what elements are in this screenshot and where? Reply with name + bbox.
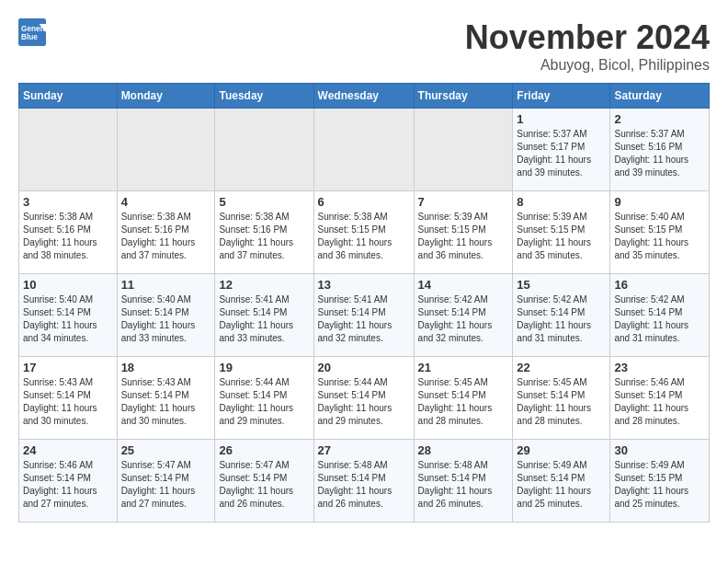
day-number: 1 bbox=[517, 112, 606, 126]
calendar-day-cell: 13Sunrise: 5:41 AM Sunset: 5:14 PM Dayli… bbox=[313, 274, 414, 357]
calendar-day-cell: 22Sunrise: 5:45 AM Sunset: 5:14 PM Dayli… bbox=[513, 357, 610, 440]
page-header: General Blue November 2024 Abuyog, Bicol… bbox=[18, 18, 710, 74]
day-number: 30 bbox=[614, 443, 705, 457]
calendar-day-cell: 28Sunrise: 5:48 AM Sunset: 5:14 PM Dayli… bbox=[414, 440, 513, 523]
calendar-day-cell: 5Sunrise: 5:38 AM Sunset: 5:16 PM Daylig… bbox=[215, 191, 313, 274]
day-number: 12 bbox=[219, 278, 309, 292]
calendar-day-cell bbox=[313, 109, 414, 191]
calendar-day-cell: 2Sunrise: 5:37 AM Sunset: 5:16 PM Daylig… bbox=[610, 109, 710, 191]
day-info: Sunrise: 5:38 AM Sunset: 5:16 PM Dayligh… bbox=[219, 211, 309, 262]
calendar-day-cell: 1Sunrise: 5:37 AM Sunset: 5:17 PM Daylig… bbox=[513, 109, 610, 191]
day-info: Sunrise: 5:39 AM Sunset: 5:15 PM Dayligh… bbox=[418, 211, 509, 262]
day-number: 11 bbox=[121, 278, 211, 292]
calendar-day-cell: 16Sunrise: 5:42 AM Sunset: 5:14 PM Dayli… bbox=[610, 274, 710, 357]
day-number: 28 bbox=[418, 443, 509, 457]
calendar-day-cell: 8Sunrise: 5:39 AM Sunset: 5:15 PM Daylig… bbox=[513, 191, 610, 274]
calendar-day-cell bbox=[215, 109, 313, 191]
calendar-day-cell: 4Sunrise: 5:38 AM Sunset: 5:16 PM Daylig… bbox=[117, 191, 215, 274]
day-number: 22 bbox=[517, 361, 606, 374]
day-info: Sunrise: 5:47 AM Sunset: 5:14 PM Dayligh… bbox=[121, 459, 211, 511]
day-number: 18 bbox=[121, 361, 211, 374]
day-info: Sunrise: 5:49 AM Sunset: 5:15 PM Dayligh… bbox=[614, 459, 705, 511]
day-info: Sunrise: 5:48 AM Sunset: 5:14 PM Dayligh… bbox=[318, 459, 410, 511]
calendar-day-cell: 21Sunrise: 5:45 AM Sunset: 5:14 PM Dayli… bbox=[414, 357, 513, 440]
day-number: 16 bbox=[614, 278, 705, 292]
calendar-day-cell: 6Sunrise: 5:38 AM Sunset: 5:15 PM Daylig… bbox=[313, 191, 414, 274]
day-info: Sunrise: 5:40 AM Sunset: 5:14 PM Dayligh… bbox=[121, 293, 211, 345]
calendar-day-cell: 26Sunrise: 5:47 AM Sunset: 5:14 PM Dayli… bbox=[215, 440, 313, 523]
weekday-header-sunday: Sunday bbox=[19, 84, 118, 109]
day-number: 21 bbox=[418, 361, 509, 374]
svg-text:Blue: Blue bbox=[21, 33, 38, 41]
day-info: Sunrise: 5:41 AM Sunset: 5:14 PM Dayligh… bbox=[318, 293, 410, 345]
day-number: 9 bbox=[614, 195, 705, 209]
day-number: 19 bbox=[219, 361, 309, 374]
calendar-day-cell: 10Sunrise: 5:40 AM Sunset: 5:14 PM Dayli… bbox=[19, 274, 118, 357]
day-number: 23 bbox=[614, 361, 705, 374]
calendar-day-cell: 24Sunrise: 5:46 AM Sunset: 5:14 PM Dayli… bbox=[19, 440, 118, 523]
day-info: Sunrise: 5:46 AM Sunset: 5:14 PM Dayligh… bbox=[614, 376, 705, 428]
weekday-header-wednesday: Wednesday bbox=[313, 84, 414, 109]
day-number: 27 bbox=[318, 443, 410, 457]
day-info: Sunrise: 5:38 AM Sunset: 5:16 PM Dayligh… bbox=[23, 211, 113, 262]
day-number: 10 bbox=[23, 278, 113, 292]
logo: General Blue bbox=[18, 18, 50, 46]
calendar-week-row: 3Sunrise: 5:38 AM Sunset: 5:16 PM Daylig… bbox=[19, 191, 710, 274]
day-info: Sunrise: 5:42 AM Sunset: 5:14 PM Dayligh… bbox=[418, 293, 509, 345]
day-info: Sunrise: 5:37 AM Sunset: 5:17 PM Dayligh… bbox=[517, 128, 606, 179]
day-info: Sunrise: 5:49 AM Sunset: 5:14 PM Dayligh… bbox=[517, 459, 606, 511]
day-info: Sunrise: 5:42 AM Sunset: 5:14 PM Dayligh… bbox=[614, 293, 705, 345]
calendar-day-cell bbox=[414, 109, 513, 191]
day-number: 4 bbox=[121, 195, 211, 209]
calendar-day-cell: 15Sunrise: 5:42 AM Sunset: 5:14 PM Dayli… bbox=[513, 274, 610, 357]
day-info: Sunrise: 5:40 AM Sunset: 5:14 PM Dayligh… bbox=[23, 293, 113, 345]
day-number: 13 bbox=[318, 278, 410, 292]
day-number: 8 bbox=[517, 195, 606, 209]
day-info: Sunrise: 5:40 AM Sunset: 5:15 PM Dayligh… bbox=[614, 211, 705, 262]
day-info: Sunrise: 5:41 AM Sunset: 5:14 PM Dayligh… bbox=[219, 293, 309, 345]
day-info: Sunrise: 5:39 AM Sunset: 5:15 PM Dayligh… bbox=[517, 211, 606, 262]
day-number: 2 bbox=[614, 112, 705, 126]
svg-text:General: General bbox=[21, 25, 46, 33]
calendar-day-cell: 23Sunrise: 5:46 AM Sunset: 5:14 PM Dayli… bbox=[610, 357, 710, 440]
title-area: November 2024 Abuyog, Bicol, Philippines bbox=[465, 18, 710, 74]
day-info: Sunrise: 5:43 AM Sunset: 5:14 PM Dayligh… bbox=[23, 376, 113, 428]
calendar-day-cell: 7Sunrise: 5:39 AM Sunset: 5:15 PM Daylig… bbox=[414, 191, 513, 274]
calendar-day-cell: 25Sunrise: 5:47 AM Sunset: 5:14 PM Dayli… bbox=[117, 440, 215, 523]
day-number: 24 bbox=[23, 443, 113, 457]
calendar-day-cell: 11Sunrise: 5:40 AM Sunset: 5:14 PM Dayli… bbox=[117, 274, 215, 357]
day-info: Sunrise: 5:42 AM Sunset: 5:14 PM Dayligh… bbox=[517, 293, 606, 345]
location-subtitle: Abuyog, Bicol, Philippines bbox=[465, 57, 710, 74]
day-number: 5 bbox=[219, 195, 309, 209]
month-title: November 2024 bbox=[465, 18, 710, 57]
weekday-header-friday: Friday bbox=[513, 84, 610, 109]
day-info: Sunrise: 5:44 AM Sunset: 5:14 PM Dayligh… bbox=[219, 376, 309, 428]
day-number: 7 bbox=[418, 195, 509, 209]
weekday-header-saturday: Saturday bbox=[610, 84, 710, 109]
calendar-day-cell bbox=[19, 109, 118, 191]
day-info: Sunrise: 5:45 AM Sunset: 5:14 PM Dayligh… bbox=[418, 376, 509, 428]
calendar-day-cell: 17Sunrise: 5:43 AM Sunset: 5:14 PM Dayli… bbox=[19, 357, 118, 440]
calendar-day-cell: 12Sunrise: 5:41 AM Sunset: 5:14 PM Dayli… bbox=[215, 274, 313, 357]
weekday-header-monday: Monday bbox=[117, 84, 215, 109]
day-info: Sunrise: 5:48 AM Sunset: 5:14 PM Dayligh… bbox=[418, 459, 509, 511]
day-number: 26 bbox=[219, 443, 309, 457]
calendar-day-cell: 30Sunrise: 5:49 AM Sunset: 5:15 PM Dayli… bbox=[610, 440, 710, 523]
calendar-day-cell bbox=[117, 109, 215, 191]
calendar-table: SundayMondayTuesdayWednesdayThursdayFrid… bbox=[18, 83, 710, 523]
calendar-day-cell: 20Sunrise: 5:44 AM Sunset: 5:14 PM Dayli… bbox=[313, 357, 414, 440]
day-info: Sunrise: 5:43 AM Sunset: 5:14 PM Dayligh… bbox=[121, 376, 211, 428]
day-info: Sunrise: 5:38 AM Sunset: 5:16 PM Dayligh… bbox=[121, 211, 211, 262]
day-number: 17 bbox=[23, 361, 113, 374]
calendar-week-row: 1Sunrise: 5:37 AM Sunset: 5:17 PM Daylig… bbox=[19, 109, 710, 191]
day-info: Sunrise: 5:46 AM Sunset: 5:14 PM Dayligh… bbox=[23, 459, 113, 511]
calendar-day-cell: 9Sunrise: 5:40 AM Sunset: 5:15 PM Daylig… bbox=[610, 191, 710, 274]
day-info: Sunrise: 5:45 AM Sunset: 5:14 PM Dayligh… bbox=[517, 376, 606, 428]
calendar-week-row: 10Sunrise: 5:40 AM Sunset: 5:14 PM Dayli… bbox=[19, 274, 710, 357]
day-info: Sunrise: 5:37 AM Sunset: 5:16 PM Dayligh… bbox=[614, 128, 705, 179]
day-info: Sunrise: 5:47 AM Sunset: 5:14 PM Dayligh… bbox=[219, 459, 309, 511]
day-number: 29 bbox=[517, 443, 606, 457]
weekday-header-thursday: Thursday bbox=[414, 84, 513, 109]
day-info: Sunrise: 5:38 AM Sunset: 5:15 PM Dayligh… bbox=[318, 211, 410, 262]
calendar-day-cell: 27Sunrise: 5:48 AM Sunset: 5:14 PM Dayli… bbox=[313, 440, 414, 523]
